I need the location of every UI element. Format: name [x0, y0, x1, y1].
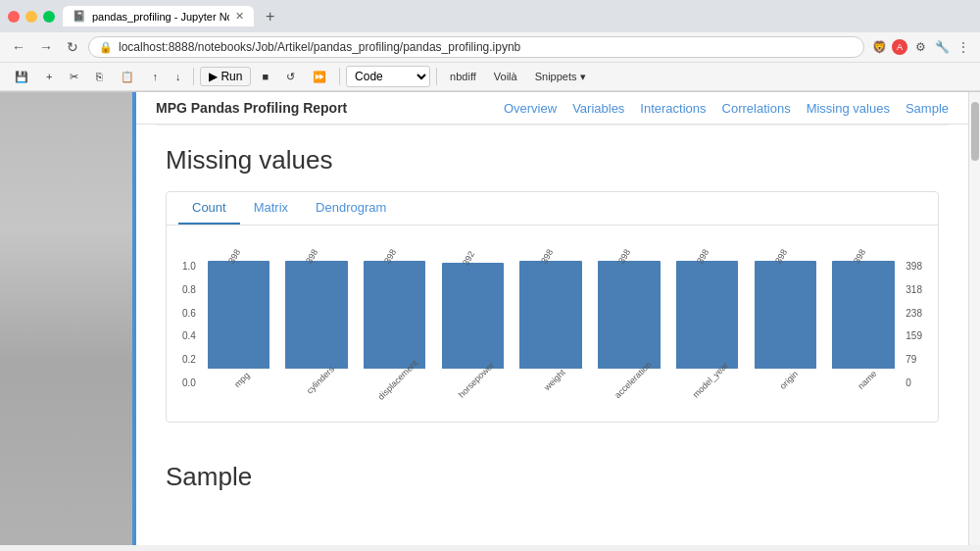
sidebar-left	[0, 92, 132, 545]
cell-left-border	[132, 92, 136, 545]
notebook-content: MPG Pandas Profiling Report Overview Var…	[132, 92, 968, 545]
lock-icon: 🔒	[99, 41, 113, 54]
nav-link-interactions[interactable]: Interactions	[640, 101, 706, 116]
missing-values-heading: Missing values	[166, 145, 939, 175]
nbdiff-button[interactable]: nbdiff	[443, 68, 483, 85]
right-y-label-79: 79	[906, 354, 916, 365]
bar-mpg	[208, 261, 270, 369]
toolbar-add-cell[interactable]: +	[39, 68, 59, 85]
bar-origin	[755, 261, 817, 369]
y-label-1.0: 1.0	[182, 261, 196, 272]
toolbar-restart-run[interactable]: ⏩	[306, 68, 333, 86]
bars-container: 398398398392398398398398398 mpgcylinders…	[202, 241, 900, 406]
nav-link-variables[interactable]: Variables	[572, 101, 624, 116]
bar-acceleration	[598, 261, 661, 369]
bar-name	[832, 261, 895, 369]
new-tab-button[interactable]: +	[262, 8, 278, 25]
scrollbar-thumb[interactable]	[971, 102, 979, 161]
nav-link-correlations[interactable]: Correlations	[722, 101, 791, 116]
forward-button[interactable]: →	[35, 37, 57, 57]
toolbar-restart[interactable]: ↺	[279, 68, 302, 86]
toolbar-interrupt[interactable]: ■	[255, 68, 275, 85]
bar-cylinders	[285, 261, 348, 369]
tab-favicon: 📓	[73, 10, 86, 23]
tab-matrix[interactable]: Matrix	[240, 192, 302, 225]
nav-link-overview[interactable]: Overview	[504, 101, 557, 116]
nav-link-sample[interactable]: Sample	[906, 101, 949, 116]
refresh-button[interactable]: ↻	[63, 37, 82, 57]
cell-type-select[interactable]: Code Markdown Raw	[346, 66, 430, 87]
tab-title: pandas_profiling - Jupyter Noteb...	[92, 11, 229, 23]
run-label: Run	[220, 70, 242, 83]
url-text: localhost:8888/notebooks/Job/Artikel/pan…	[119, 40, 854, 54]
toolbar-separator-3	[436, 68, 437, 85]
y-axis-left: 1.0 0.8 0.6 0.4 0.2 0.0	[182, 241, 202, 393]
back-button[interactable]: ←	[8, 37, 29, 57]
toolbar-paste[interactable]: 📋	[114, 68, 141, 86]
y-label-0.4: 0.4	[182, 330, 196, 341]
toolbar-separator-1	[193, 68, 194, 85]
browser-chrome: 📓 pandas_profiling - Jupyter Noteb... ✕ …	[0, 0, 980, 92]
main-area: MPG Pandas Profiling Report Overview Var…	[0, 92, 980, 545]
report-nav-links: Overview Variables Interactions Correlat…	[504, 101, 949, 116]
missing-values-section: Missing values Count Matrix Dendrogram 1…	[136, 125, 968, 442]
snippets-button[interactable]: Snippets ▾	[528, 68, 593, 86]
toolbar-save[interactable]: 💾	[8, 68, 35, 86]
sample-section: Sample	[136, 442, 968, 518]
y-label-0.2: 0.2	[182, 354, 196, 365]
minimize-button[interactable]	[25, 11, 37, 23]
toolbar-copy[interactable]: ⎘	[89, 68, 110, 85]
run-button[interactable]: ▶ Run	[200, 67, 251, 86]
maximize-button[interactable]	[43, 11, 55, 23]
toolbar-separator-2	[339, 68, 340, 85]
right-y-label-398: 398	[906, 261, 922, 272]
extension-icon-3[interactable]: 🔧	[933, 38, 951, 56]
toolbar-move-up[interactable]: ↑	[145, 68, 165, 85]
toolbar-move-down[interactable]: ↓	[169, 68, 188, 85]
url-bar[interactable]: 🔒 localhost:8888/notebooks/Job/Artikel/p…	[88, 36, 864, 58]
y-label-0.6: 0.6	[182, 308, 196, 319]
tab-dendrogram[interactable]: Dendrogram	[302, 192, 400, 225]
scrollbar[interactable]	[968, 92, 980, 545]
right-y-label-318: 318	[906, 284, 922, 295]
report-title: MPG Pandas Profiling Report	[156, 100, 347, 116]
chart-area: 1.0 0.8 0.6 0.4 0.2 0.0	[167, 225, 938, 422]
title-bar: 📓 pandas_profiling - Jupyter Noteb... ✕ …	[0, 0, 980, 32]
extension-icon-1[interactable]: A	[892, 39, 907, 55]
y-label-0.8: 0.8	[182, 284, 196, 295]
bar-model_year	[676, 261, 739, 369]
nav-link-missing-values[interactable]: Missing values	[807, 101, 890, 116]
nav-bar: ← → ↻ 🔒 localhost:8888/notebooks/Job/Art…	[0, 32, 980, 63]
bars-wrapper: 398398398392398398398398398	[202, 241, 900, 369]
bar-weight	[519, 261, 582, 369]
nav-icons: 🦁 A ⚙ 🔧 ⋮	[870, 38, 972, 56]
sample-heading: Sample	[166, 462, 939, 492]
y-label-0.0: 0.0	[182, 377, 196, 388]
missing-values-panel: Count Matrix Dendrogram 1.0 0.8 0.6	[166, 191, 939, 423]
report-nav: MPG Pandas Profiling Report Overview Var…	[136, 92, 968, 125]
panel-tabs: Count Matrix Dendrogram	[167, 192, 938, 225]
brave-shield-icon[interactable]: 🦁	[870, 38, 888, 56]
run-icon: ▶	[209, 70, 218, 83]
voila-button[interactable]: Voilà	[487, 68, 524, 85]
right-y-label-0: 0	[906, 377, 911, 388]
bar-group-displacement: 398	[358, 241, 431, 369]
browser-tab[interactable]: 📓 pandas_profiling - Jupyter Noteb... ✕	[63, 6, 254, 26]
close-button[interactable]	[8, 11, 20, 23]
tab-close-icon[interactable]: ✕	[235, 10, 244, 23]
extension-icon-2[interactable]: ⚙	[911, 38, 929, 56]
bar-group-model_year: 398	[670, 241, 744, 369]
x-labels: mpgcylindersdisplacementhorsepowerweight…	[202, 371, 900, 406]
right-y-label-159: 159	[906, 330, 922, 341]
tab-count[interactable]: Count	[178, 192, 240, 225]
toolbar-cut[interactable]: ✂	[63, 68, 85, 86]
right-y-label-238: 238	[906, 308, 922, 319]
menu-button[interactable]: ⋮	[955, 38, 972, 56]
jupyter-toolbar: 💾 + ✂ ⎘ 📋 ↑ ↓ ▶ Run ■ ↺ ⏩ Code Markdown …	[0, 63, 980, 91]
